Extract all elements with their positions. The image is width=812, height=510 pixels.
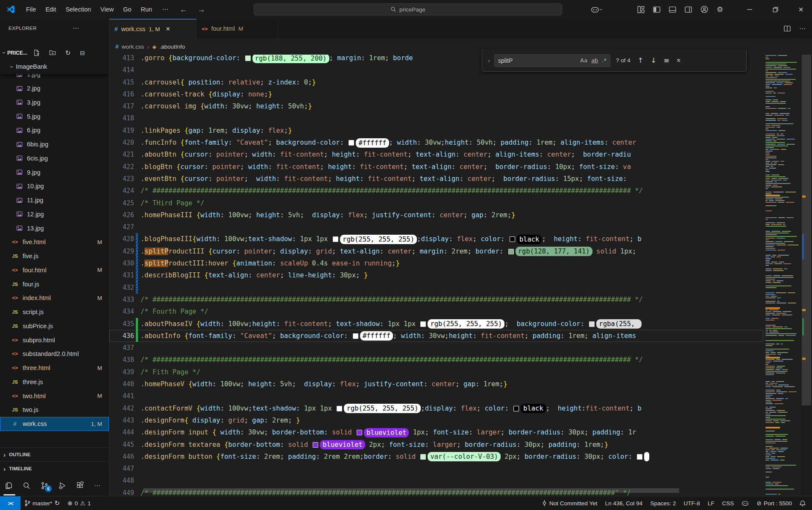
color-swatch[interactable] — [508, 249, 514, 254]
menu-edit[interactable]: Edit — [41, 6, 61, 13]
menu-selection[interactable]: Selection — [61, 6, 96, 13]
notifications-bell-icon[interactable] — [796, 496, 809, 510]
indentation[interactable]: Spaces: 2 — [646, 496, 680, 510]
code-line-437[interactable]: 437 — [109, 342, 763, 354]
split-editor-icon[interactable] — [784, 25, 791, 32]
color-swatch[interactable] — [349, 140, 354, 146]
find-query[interactable]: splitP — [498, 57, 576, 64]
language-mode[interactable]: CSS — [718, 496, 738, 510]
file-row-9.jpg[interactable]: 9.jpg — [0, 165, 109, 179]
menubar-overflow[interactable]: ⋯ — [157, 6, 174, 13]
code-line-439[interactable]: 439/* Fith Page */ — [109, 366, 763, 378]
color-swatch[interactable] — [637, 454, 642, 460]
outline-section[interactable]: › OUTLINE — [0, 447, 109, 461]
toggle-panel-icon[interactable] — [669, 6, 676, 13]
source-control-view-icon[interactable]: 6 — [40, 481, 49, 490]
color-swatch[interactable] — [337, 406, 342, 411]
code-line-430[interactable]: 430.splitProductIII:hover {animation: sc… — [109, 257, 763, 269]
git-commit-status[interactable]: Not Committed Yet — [538, 496, 601, 510]
code-line-416[interactable]: 416.carrousel-track {display: none;} — [109, 88, 763, 100]
code-line-427[interactable]: 427 — [109, 221, 763, 233]
code-editor[interactable]: 413.gorro {background-color: rgb(188, 25… — [109, 55, 763, 496]
file-row-substandard2.0.html[interactable]: <>substandard2.0.html — [0, 347, 109, 361]
color-swatch[interactable] — [513, 406, 519, 411]
eol-sequence[interactable]: LF — [704, 496, 718, 510]
collapse-all-icon[interactable]: ⊟ — [80, 50, 85, 56]
new-file-icon[interactable] — [33, 50, 40, 56]
find-toggle-replace-icon[interactable]: › — [486, 57, 492, 64]
code-line-448[interactable]: 448 — [109, 475, 763, 487]
file-row-6.jpg[interactable]: 6.jpg — [0, 123, 109, 137]
editor-more-actions-icon[interactable]: ⋯ — [799, 25, 806, 32]
file-row-three.html[interactable]: <>three.htmlM — [0, 361, 109, 375]
color-swatch[interactable] — [357, 430, 362, 435]
code-line-441[interactable]: 441 — [109, 390, 763, 402]
code-line-446[interactable]: 446.designForm button {font-size: 2rem; … — [109, 451, 763, 463]
code-line-415[interactable]: 415.carrousel{ position: relative; z-ind… — [109, 76, 763, 88]
code-line-435[interactable]: 435.aboutPhaseIV {width: 100vw;height: f… — [109, 318, 763, 330]
timeline-section[interactable]: › TIMELINE — [0, 461, 109, 475]
tab-close-icon[interactable]: × — [166, 25, 170, 33]
code-line-433[interactable]: 433/* ##################################… — [109, 294, 763, 306]
refresh-icon[interactable]: ↻ — [65, 49, 71, 57]
scrollbar-thumb[interactable] — [802, 55, 811, 405]
search-view-icon[interactable] — [22, 481, 31, 490]
color-swatch[interactable] — [420, 454, 426, 460]
color-swatch[interactable] — [333, 236, 338, 242]
customize-layout-icon[interactable] — [637, 6, 645, 13]
file-row-12.jpg[interactable]: 12.jpg — [0, 207, 109, 221]
explorer-more-actions[interactable]: ⋯ — [73, 24, 80, 32]
menu-go[interactable]: Go — [118, 6, 136, 13]
file-row-3.jpg[interactable]: 3.jpg — [0, 96, 109, 110]
minimize-button[interactable]: ─ — [739, 0, 761, 19]
back-arrow-icon[interactable]: ← — [174, 5, 192, 14]
file-row-10.jpg[interactable]: 10.jpg — [0, 179, 109, 193]
file-row-four.html[interactable]: <>four.htmlM — [0, 263, 109, 277]
extensions-view-icon[interactable] — [76, 481, 85, 490]
match-case-icon[interactable]: Aa — [580, 57, 587, 64]
file-row-subPrice.js[interactable]: JSsubPrice.js — [0, 319, 109, 333]
color-swatch[interactable] — [420, 321, 426, 327]
color-swatch[interactable] — [589, 321, 595, 327]
folder-imagebank[interactable]: › ImageBank — [0, 59, 109, 74]
file-row-13.jpg[interactable]: 13.jpg — [0, 221, 109, 235]
new-folder-icon[interactable] — [49, 50, 56, 56]
file-row-script.js[interactable]: JSscript.js — [0, 305, 109, 319]
close-button[interactable]: × — [790, 0, 812, 19]
copilot-status-icon[interactable] — [738, 496, 753, 510]
forward-arrow-icon[interactable]: → — [192, 5, 210, 14]
file-row-5.jpg[interactable]: 5.jpg — [0, 109, 109, 123]
file-row-11.jpg[interactable]: 11.jpg — [0, 193, 109, 207]
find-previous-icon[interactable]: ↑ — [638, 56, 643, 64]
settings-gear-icon[interactable]: ⚙ — [717, 5, 723, 14]
code-line-420[interactable]: 420.funcInfo {font-family: "Caveat"; bac… — [109, 137, 763, 149]
regex-icon[interactable]: .* — [602, 57, 607, 64]
code-line-436[interactable]: 436.aboutInfo {font-family: "Caveat"; ba… — [109, 330, 763, 342]
git-branch-item[interactable]: master* ↻ — [21, 496, 64, 510]
color-swatch[interactable] — [313, 442, 318, 448]
code-line-417[interactable]: 417.carrousel img {width: 30vw; height: … — [109, 100, 763, 112]
file-row-four.js[interactable]: JSfour.js — [0, 277, 109, 291]
file-row-work.css[interactable]: #work.css1, M — [0, 417, 109, 431]
color-swatch[interactable] — [353, 333, 358, 339]
file-row-three.js[interactable]: JSthree.js — [0, 375, 109, 389]
file-row-index.html[interactable]: <>index.htmlM — [0, 291, 109, 305]
more-views-icon[interactable]: ⋯ — [94, 482, 101, 490]
problems-item[interactable]: ⊗ 0 ⚠ 1 — [64, 496, 94, 510]
code-line-419[interactable]: 419.linkPages {gap: 1rem; display: flex;… — [109, 125, 763, 137]
code-line-431[interactable]: 431.describBlogIII {text-align: center; … — [109, 269, 763, 281]
find-in-selection-icon[interactable]: ≡ — [664, 56, 669, 64]
explorer-view-icon[interactable] — [4, 481, 13, 490]
code-line-428[interactable]: 428.blogPhaseIII{width: 100vw;text-shado… — [109, 233, 763, 245]
file-row-6bis.jpg[interactable]: 6bis.jpg — [0, 137, 109, 152]
file-row-subpro.html[interactable]: <>subpro.html — [0, 333, 109, 347]
code-line-432[interactable]: 432 — [109, 282, 763, 294]
breadcrumb-symbol[interactable]: .aboutInfo — [159, 44, 185, 50]
code-line-426[interactable]: 426.homePhaseIII {width: 100vw; height: … — [109, 209, 763, 221]
code-line-445[interactable]: 445.designForm textarea {border-bottom: … — [109, 439, 763, 451]
code-line-421[interactable]: 421.aboutBtn {cursor: pointer; width: fi… — [109, 149, 763, 160]
encoding[interactable]: UTF-8 — [680, 496, 704, 510]
account-icon[interactable] — [701, 6, 708, 13]
menu-file[interactable]: File — [21, 6, 41, 13]
file-row-two.js[interactable]: JStwo.js — [0, 403, 109, 417]
